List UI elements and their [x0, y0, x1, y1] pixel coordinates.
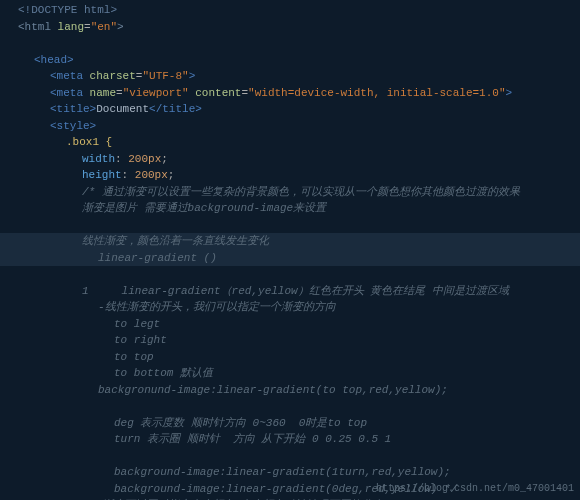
code-line: [0, 266, 580, 283]
code-line: to top: [0, 349, 580, 366]
code-line: .box1 {: [0, 134, 580, 151]
code-line: [0, 35, 580, 52]
code-line: <head>: [0, 52, 580, 69]
code-line: to right: [0, 332, 580, 349]
code-line: turn 表示圈 顺时针 方向 从下开始 0 0.25 0.5 1: [0, 431, 580, 448]
code-line: -线性渐变的开头，我们可以指定一个渐变的方向: [0, 299, 580, 316]
code-line: <!DOCTYPE html>: [0, 2, 580, 19]
code-line: height: 200px;: [0, 167, 580, 184]
code-line: to legt: [0, 316, 580, 333]
watermark-text: https://blog.csdn.net/m0_47001401: [376, 481, 574, 496]
code-line: to bottom 默认值: [0, 365, 580, 382]
code-line: <meta name="viewport" content="width=dev…: [0, 85, 580, 102]
code-line: deg 表示度数 顺时针方向 0~360 0时是to top: [0, 415, 580, 432]
code-line: <title>Document</title>: [0, 101, 580, 118]
code-line: <html lang="en">: [0, 19, 580, 36]
code-line: 渐变是图片 需要通过background-image来设置: [0, 200, 580, 217]
code-line: [0, 217, 580, 234]
code-line: <style>: [0, 118, 580, 135]
code-line: [0, 398, 580, 415]
code-editor[interactable]: <!DOCTYPE html> <html lang="en"> <head> …: [0, 0, 580, 500]
code-line: /* 通过渐变可以设置一些复杂的背景颜色，可以实现从一个颜色想你其他颜色过渡的效…: [0, 184, 580, 201]
code-line: backgronund-image:linear-gradient(to top…: [0, 382, 580, 399]
code-line: background-image:linear-gradient(1turn,r…: [0, 464, 580, 481]
code-line: 1 linear-gradient（red,yellow）红色在开头 黄色在结尾…: [0, 283, 580, 300]
code-line-highlighted: 线性渐变，颜色沿着一条直线发生变化: [0, 233, 580, 250]
code-line: [0, 448, 580, 465]
code-line-highlighted: linear-gradient (): [0, 250, 580, 267]
code-line: <meta charset="UTF-8">: [0, 68, 580, 85]
code-line: width: 200px;: [0, 151, 580, 168]
